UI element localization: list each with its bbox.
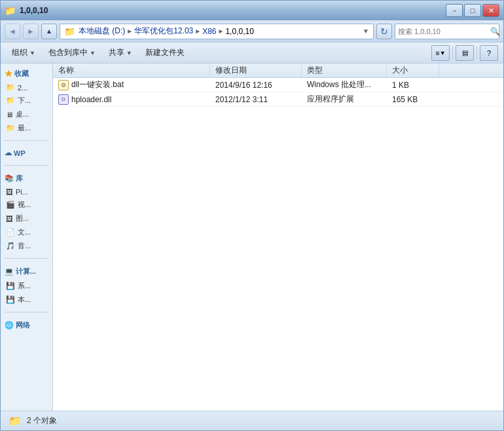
- file-cell-type-2: 应用程序扩展: [302, 92, 387, 106]
- breadcrumb-current[interactable]: 1,0,0,10: [225, 27, 253, 36]
- disk-icon-local: 💾: [6, 295, 15, 304]
- sidebar-item-desktop[interactable]: 🖥 桌...: [1, 107, 52, 121]
- share-dropdown-arrow: ▼: [126, 50, 132, 56]
- sidebar-libraries-section: 📚 库 🖼 Pi... 🎬 视... 🖼 图... 📄 文...: [1, 168, 52, 255]
- table-row[interactable]: D hploader.dll 2012/1/12 3:11 应用程序扩展 165…: [53, 92, 503, 107]
- network-icon: 🌐: [5, 321, 14, 329]
- forward-button[interactable]: ►: [23, 24, 39, 39]
- library-icon: 📚: [5, 174, 14, 183]
- up-button[interactable]: ▲: [41, 24, 57, 39]
- help-button[interactable]: ?: [480, 45, 498, 61]
- sidebar: ★ 收藏 📁 2... 📁 下... 🖥 桌... 📁 最...: [1, 64, 53, 411]
- star-icon: ★: [5, 69, 12, 79]
- view-options-button[interactable]: ≡ ▼: [431, 45, 450, 61]
- breadcrumb-local-disk[interactable]: 本地磁盘 (D:): [79, 26, 125, 37]
- sidebar-divider-4: [5, 312, 48, 312]
- sidebar-libraries-label: 库: [16, 174, 23, 183]
- file-size-2: 165 KB: [392, 95, 418, 104]
- window-controls: － □ ✕: [446, 4, 499, 17]
- col-name-label: 名称: [58, 65, 74, 76]
- sidebar-item-images[interactable]: 🖼 图...: [1, 212, 52, 225]
- col-type-label: 类型: [307, 65, 323, 76]
- dll-file-icon: D: [58, 94, 69, 105]
- folder-icon-documents: 📄: [6, 228, 15, 236]
- file-cell-name-1: ⚙ dll一键安装.bat: [53, 78, 210, 92]
- help-label: ?: [487, 49, 491, 57]
- share-button[interactable]: 共享 ▼: [103, 45, 138, 62]
- file-cell-date-1: 2014/9/16 12:16: [210, 78, 302, 92]
- breadcrumb-bar: 📁 本地磁盘 (D:) ► 华军优化包12.03 ► X86 ► 1,0,0,1…: [60, 24, 374, 39]
- computer-icon: 💻: [5, 267, 14, 276]
- sidebar-item-pictures[interactable]: 🖼 Pi...: [1, 186, 52, 198]
- sidebar-item-recent2[interactable]: 📁 最...: [1, 121, 52, 135]
- breadcrumb-huajun[interactable]: 华军优化包12.03: [134, 26, 193, 37]
- organize-button[interactable]: 组织 ▼: [6, 45, 41, 62]
- file-area: 名称 修改日期 类型 大小 ⚙ dll一键安装.bat: [53, 64, 503, 411]
- breadcrumb-sep-1: ►: [194, 28, 201, 35]
- minimize-button[interactable]: －: [446, 4, 463, 17]
- cloud-icon: ☁: [5, 149, 12, 157]
- bat-file-icon: ⚙: [58, 80, 69, 90]
- refresh-button[interactable]: ↻: [376, 24, 392, 39]
- breadcrumb-x86[interactable]: X86: [202, 27, 216, 36]
- new-folder-label: 新建文件夹: [145, 47, 185, 58]
- folder-icon-pictures: 🖼: [6, 188, 13, 196]
- col-header-name[interactable]: 名称: [53, 64, 210, 77]
- table-row[interactable]: ⚙ dll一键安装.bat 2014/9/16 12:16 Windows 批处…: [53, 78, 503, 92]
- col-header-type[interactable]: 类型: [302, 64, 387, 77]
- include-label: 包含到库中: [48, 47, 88, 58]
- preview-icon: ▤: [462, 49, 468, 56]
- breadcrumb-folder-icon: 📁: [64, 26, 75, 37]
- file-size-1: 1 KB: [392, 81, 409, 90]
- maximize-button[interactable]: □: [464, 4, 481, 17]
- col-header-size[interactable]: 大小: [387, 64, 439, 77]
- sidebar-item-system-disk[interactable]: 💾 系...: [1, 279, 52, 293]
- sidebar-favorites-header: ★ 收藏: [1, 66, 52, 81]
- sidebar-computer-header: 💻 计算...: [1, 264, 52, 279]
- file-name-1: dll一键安装.bat: [71, 79, 124, 90]
- preview-pane-button[interactable]: ▤: [456, 45, 474, 61]
- folder-icon-music: 🎵: [6, 242, 15, 250]
- search-icon[interactable]: 🔍: [490, 27, 500, 36]
- sidebar-item-local-disk[interactable]: 💾 本...: [1, 293, 52, 307]
- breadcrumb-sep-2: ►: [218, 28, 225, 35]
- sidebar-item-documents[interactable]: 📄 文...: [1, 225, 52, 239]
- file-list-header: 名称 修改日期 类型 大小: [53, 64, 503, 78]
- folder-icon-videos: 🎬: [6, 200, 15, 209]
- sidebar-item-videos[interactable]: 🎬 视...: [1, 198, 52, 212]
- col-size-label: 大小: [392, 65, 408, 76]
- close-button[interactable]: ✕: [482, 4, 499, 17]
- folder-icon-downloads: 📁: [6, 96, 15, 105]
- file-cell-name-2: D hploader.dll: [53, 92, 210, 106]
- include-dropdown-arrow: ▼: [90, 50, 96, 56]
- include-library-button[interactable]: 包含到库中 ▼: [43, 45, 101, 62]
- sidebar-item-recent[interactable]: 📁 2...: [1, 81, 52, 94]
- share-label: 共享: [109, 47, 124, 58]
- col-header-date[interactable]: 修改日期: [210, 64, 302, 77]
- sidebar-network-section: 🌐 网络: [1, 315, 52, 335]
- status-folder-icon: 📁: [9, 415, 22, 427]
- nav-bar: ◄ ► ▲ 📁 本地磁盘 (D:) ► 华军优化包12.03 ► X86 ► 1…: [1, 20, 503, 43]
- sidebar-item-music[interactable]: 🎵 音...: [1, 239, 52, 253]
- organize-dropdown-arrow: ▼: [29, 50, 35, 56]
- status-text: 2 个对象: [27, 415, 57, 426]
- title-bar: 📁 1,0,0,10 － □ ✕: [1, 1, 503, 20]
- file-type-1: Windows 批处理...: [307, 79, 371, 90]
- search-bar: 🔍: [395, 24, 499, 39]
- toolbar-separator: [452, 47, 453, 60]
- toolbar-separator-2: [477, 47, 477, 60]
- breadcrumb-dropdown-arrow[interactable]: ▼: [363, 28, 369, 35]
- folder-icon-recent2: 📁: [6, 124, 15, 132]
- sidebar-network-header: 🌐 网络: [1, 318, 52, 333]
- search-input[interactable]: [398, 28, 488, 35]
- sidebar-libraries-header: 📚 库: [1, 171, 52, 186]
- folder-icon-desktop: 🖥: [6, 111, 13, 119]
- new-folder-button[interactable]: 新建文件夹: [139, 45, 190, 62]
- window-title: 1,0,0,10: [20, 6, 48, 15]
- sidebar-favorites-section: ★ 收藏 📁 2... 📁 下... 🖥 桌... 📁 最...: [1, 64, 52, 138]
- file-cell-size-2: 165 KB: [387, 92, 439, 106]
- file-date-1: 2014/9/16 12:16: [215, 81, 272, 90]
- organize-label: 组织: [12, 47, 27, 58]
- back-button[interactable]: ◄: [5, 24, 20, 39]
- sidebar-item-downloads[interactable]: 📁 下...: [1, 94, 52, 107]
